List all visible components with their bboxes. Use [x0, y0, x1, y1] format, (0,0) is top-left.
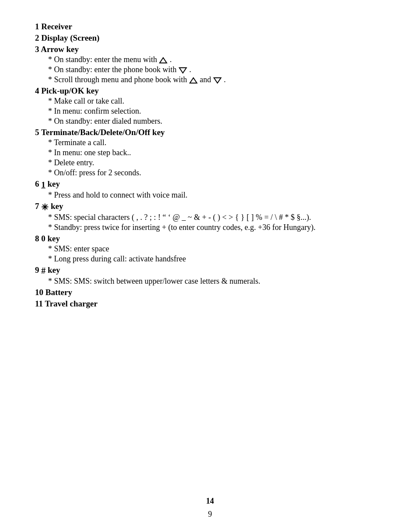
section-7-bullet-1: * SMS: special characters ( , . ? ; : ! …: [48, 213, 385, 222]
section-6-bullet-1: * Press and hold to connect with voice m…: [48, 191, 385, 200]
section-1: 1 Receiver: [35, 22, 385, 31]
arrow-down-2-icon: [213, 75, 224, 84]
section-9: 9 # key * SMS: SMS: switch between upper…: [35, 265, 385, 286]
section-8: 8 0 key * SMS: enter space * Long press …: [35, 234, 385, 264]
section-3: 3 Arrow key * On standby: enter the menu…: [35, 45, 385, 84]
section-5-bullet-2: * In menu: one step back..: [48, 148, 385, 157]
section-6-numeral: 1: [41, 180, 46, 189]
section-2-title: 2 Display (Screen): [35, 33, 385, 43]
page-content: 1 Receiver 2 Display (Screen) 3 Arrow ke…: [35, 22, 385, 309]
section-7: 7 ✳ key * SMS: special characters ( , . …: [35, 202, 385, 233]
section-10-title: 10 Battery: [35, 288, 385, 297]
section-9-title: 9 # key: [35, 265, 385, 276]
section-4-bullet-1: * Make call or take call.: [48, 97, 385, 106]
section-10: 10 Battery: [35, 288, 385, 297]
arrow-down-icon: [178, 65, 189, 74]
arrow-up-2-icon: [189, 75, 200, 84]
section-9-bullet-1: * SMS: SMS: switch between upper/lower c…: [48, 277, 385, 286]
section-7-bullet-2: * Standby: press twice for inserting + (…: [48, 223, 385, 232]
section-2: 2 Display (Screen): [35, 33, 385, 43]
section-5-bullet-1: * Terminate a call.: [48, 138, 385, 147]
section-3-bullet-1: * On standby: enter the menu with .: [48, 55, 385, 64]
section-7-number: 7: [35, 202, 39, 211]
section-4: 4 Pick-up/OK key * Make call or take cal…: [35, 86, 385, 126]
section-5-bullet-4: * On/off: press for 2 seconds.: [48, 168, 385, 177]
arrow-up-icon: [159, 55, 170, 64]
section-1-number: 1: [35, 22, 39, 31]
section-9-hash-icon: #: [41, 266, 46, 275]
section-4-number: 4: [35, 86, 39, 95]
section-2-number: 2: [35, 33, 39, 42]
section-11-title: 11 Travel charger: [35, 299, 385, 309]
section-7-star-icon: ✳: [41, 202, 49, 212]
section-4-bullet-3: * On standby: enter dialed numbers.: [48, 117, 385, 126]
section-10-number: 10: [35, 288, 43, 297]
section-3-number: 3: [35, 45, 39, 54]
section-8-bullet-2: * Long press during call: activate hands…: [48, 254, 385, 264]
section-11: 11 Travel charger: [35, 299, 385, 309]
svg-marker-3: [214, 78, 221, 83]
section-5-bullet-3: * Delete entry.: [48, 158, 385, 167]
section-3-bullet-2: * On standby: enter the phone book with …: [48, 65, 385, 74]
section-5-number: 5: [35, 128, 39, 137]
page-number-top: 14: [206, 497, 214, 506]
section-11-number: 11: [35, 299, 43, 308]
section-9-number: 9: [35, 265, 39, 275]
section-5: 5 Terminate/Back/Delete/On/Off key * Ter…: [35, 128, 385, 177]
section-4-title: 4 Pick-up/OK key: [35, 86, 385, 96]
svg-marker-0: [160, 58, 167, 63]
section-6: 6 1 key * Press and hold to connect with…: [35, 179, 385, 200]
section-1-title: 1 Receiver: [35, 22, 385, 31]
section-3-title: 3 Arrow key: [35, 45, 385, 54]
svg-marker-2: [190, 78, 197, 83]
section-4-bullet-2: * In menu: confirm selection.: [48, 107, 385, 116]
section-8-title: 8 0 key: [35, 234, 385, 243]
section-8-bullet-1: * SMS: enter space: [48, 244, 385, 254]
section-6-number: 6: [35, 179, 39, 188]
section-6-title: 6 1 key: [35, 179, 385, 190]
section-3-bullet-3: * Scroll through menu and phone book wit…: [48, 75, 385, 84]
section-5-title: 5 Terminate/Back/Delete/On/Off key: [35, 128, 385, 137]
section-7-title: 7 ✳ key: [35, 202, 385, 212]
section-8-number: 8: [35, 234, 39, 243]
svg-marker-1: [179, 68, 186, 73]
page-number-bottom: 9: [208, 510, 212, 519]
